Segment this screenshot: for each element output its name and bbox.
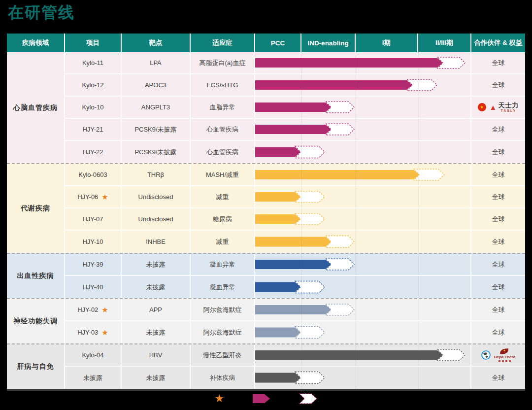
disease-area-label: 出血性疾病 (7, 254, 64, 298)
phase-gridline (418, 97, 419, 118)
project-cell: Kylo-04 (64, 344, 121, 367)
phase-progress-cell (254, 97, 470, 119)
target-cell: LPA (121, 52, 190, 74)
phase-gridline (301, 231, 302, 253)
partner-cell: 全球 (470, 186, 525, 208)
phase-gridline (418, 276, 419, 298)
phase-gridline (301, 367, 302, 389)
project-cell: Kylo-10 (64, 97, 121, 119)
indication-cell: MASH/减重 (190, 164, 254, 186)
phase-gridline (418, 344, 419, 366)
project-cell: HJY-02★ (64, 299, 121, 321)
indication-cell: 凝血异常 (190, 276, 254, 298)
partner-label: 全球 (492, 238, 505, 246)
phase-gridline (418, 208, 419, 230)
phase-gridline (301, 74, 302, 96)
disease-group: 肝病与自免Kylo-04HBV慢性乙型肝炎Hepa Thera未披露未披露补体疾… (7, 343, 525, 389)
partner-label: 全球 (492, 81, 505, 90)
project-cell: Kylo-12 (64, 74, 121, 97)
column-header: 疾病领域 (7, 34, 64, 52)
phase-progress-cell (254, 231, 470, 253)
partner-cell: ★▲天士力TASLY (470, 97, 525, 119)
indication-cell: 心血管疾病 (190, 119, 254, 141)
project-cell: HJY-40 (64, 276, 121, 298)
phase-progress-cell (254, 344, 470, 367)
partner-cell: 全球 (470, 299, 525, 321)
phase-gridline (356, 119, 356, 140)
phase-progress-cell (254, 164, 470, 186)
partner-label: 全球 (492, 125, 505, 134)
progress-bar-solid (255, 237, 331, 247)
project-name: HJY-07 (82, 215, 103, 223)
partner-label: 全球 (492, 59, 505, 68)
phase-gridline (301, 321, 302, 343)
project-cell: HJY-03★ (64, 321, 121, 343)
project-name: HJY-06 (77, 193, 98, 201)
phase-gridline (301, 186, 302, 207)
phase-gridline (418, 299, 419, 320)
disease-group: 代谢疾病Kylo-0603THRβMASH/减重全球HJY-06★Undiscl… (7, 163, 525, 253)
partner-cell: 全球 (470, 321, 525, 343)
partner-cell: 全球 (470, 208, 525, 231)
tasly-name-en: TASLY (501, 109, 517, 113)
hepathera-logo: Hepa Thera (481, 348, 516, 362)
indication-cell: FCS/sHTG (190, 74, 254, 97)
tasly-mark-icon: ▲ (490, 103, 497, 111)
column-header: 合作伙伴 & 权益 (470, 34, 525, 52)
partner-label: 全球 (492, 374, 505, 382)
phase-gridline (418, 321, 419, 343)
indication-cell: 凝血异常 (190, 254, 254, 276)
target-cell: APOC3 (121, 74, 190, 97)
progress-bar-solid (255, 260, 331, 269)
phase-progress-cell (254, 299, 470, 321)
phase-progress-cell (254, 321, 470, 343)
phase-progress-cell (254, 186, 470, 208)
hepathera-name: Hepa Thera (494, 355, 516, 359)
disease-area-label: 代谢疾病 (7, 164, 64, 253)
phase-gridline (301, 276, 302, 298)
project-cell: HJY-10 (64, 231, 121, 253)
target-cell: THRβ (121, 164, 190, 186)
target-cell: 未披露 (121, 276, 190, 298)
target-cell: Undisclosed (121, 208, 190, 231)
phase-gridline (301, 141, 302, 163)
phase-gridline (418, 119, 419, 140)
partner-label: 全球 (492, 193, 505, 202)
partner-cell: 全球 (470, 141, 525, 163)
target-cell: HBV (121, 344, 190, 367)
target-cell: 未披露 (121, 367, 190, 389)
page-title: 在研管线 (8, 2, 75, 24)
partner-label: 全球 (492, 148, 505, 157)
indication-cell: 减重 (190, 231, 254, 253)
project-cell: Kylo-11 (64, 52, 121, 74)
project-name: Kylo-11 (82, 59, 103, 67)
phase-gridline (356, 321, 356, 343)
target-cell: 未披露 (121, 254, 190, 276)
column-header: 适应症 (190, 34, 254, 52)
progress-bar-solid (255, 125, 331, 134)
phase-gridline (356, 254, 356, 275)
pipeline-table: 疾病领域项目靶点适应症PCCIND-enablingI期II/III期合作伙伴 … (7, 34, 525, 391)
column-header: IND-enabling (300, 34, 355, 52)
indication-cell: 高脂蛋白(a)血症 (190, 52, 254, 74)
partner-cell: 全球 (470, 367, 525, 389)
partner-cell: 全球 (470, 164, 525, 186)
column-header: 项目 (64, 34, 121, 52)
phase-gridline (301, 52, 302, 73)
priority-star-icon: ★ (101, 329, 108, 336)
tasly-name-cn: 天士力 (498, 102, 519, 109)
indication-cell: 减重 (190, 186, 254, 208)
progress-bar-solid (255, 350, 443, 360)
disease-group: 神经功能失调HJY-02★APP阿尔兹海默症全球HJY-03★未披露阿尔兹海默症… (7, 298, 525, 343)
priority-star-icon: ★ (101, 193, 108, 201)
phase-gridline (418, 52, 419, 73)
partner-label: 全球 (492, 283, 505, 292)
phase-gridline (301, 254, 302, 275)
phase-gridline (356, 97, 356, 118)
phase-gridline (418, 141, 419, 163)
indication-cell: 心血管疾病 (190, 141, 254, 163)
phase-gridline (356, 367, 356, 389)
partner-cell: 全球 (470, 119, 525, 141)
phase-progress-cell (254, 208, 470, 231)
partner-label: 全球 (492, 328, 505, 337)
